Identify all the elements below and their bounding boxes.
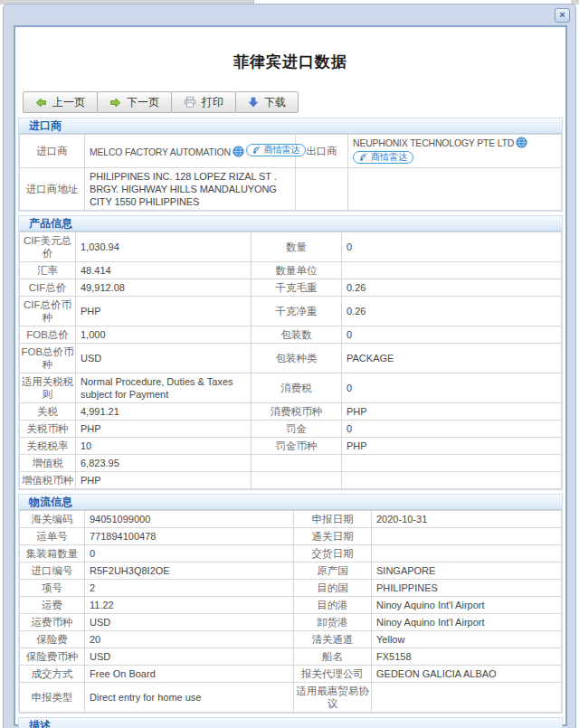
field-value: 0	[342, 232, 562, 262]
field-label: FOB总价币种	[20, 344, 76, 373]
radar-badge[interactable]: 商情雷达	[353, 151, 413, 164]
field-value: USD	[76, 344, 252, 373]
globe-icon[interactable]	[516, 137, 527, 148]
field-value: 771894100478	[85, 528, 294, 545]
table-row: 申报类型 Direct entry for home use 适用最惠贸易协议	[20, 683, 562, 713]
field-value: Ninoy Aquino Int'l Airport	[372, 614, 562, 631]
table-row: 运费 11.22 目的港 Ninoy Aquino Int'l Airport	[20, 597, 562, 614]
table-row: CIF总价币种 PHP 千克净重 0.26	[20, 297, 562, 326]
radar-icon	[252, 146, 261, 155]
importer-company-line: MELCO FACTORY AUTOMATION商情雷达	[90, 147, 306, 157]
field-label: 数量	[252, 232, 342, 262]
download-label: 下载	[264, 95, 286, 110]
field-value: 2	[85, 580, 294, 597]
close-icon[interactable]: ×	[555, 8, 570, 23]
table-row: 进口编号 R5F2UH3Q8I2OE 原产国 SINGAPORE	[20, 563, 562, 580]
table-row: 进口商地址 PHILIPPINES INC. 128 LOPEZ RIZAL S…	[20, 168, 562, 211]
table-row: 保险费币种 USD 船名 FX5158	[20, 648, 562, 666]
field-value: USD	[85, 614, 294, 631]
field-value	[342, 455, 562, 472]
field-label: 运费币种	[20, 614, 85, 631]
field-label: 运单号	[20, 528, 85, 545]
field-value: USD	[85, 648, 294, 666]
field-value: PHP	[76, 297, 252, 326]
field-value: PACKAGE	[342, 344, 562, 373]
field-value: Direct entry for home use	[85, 683, 294, 713]
field-label: 集装箱数量	[20, 545, 85, 563]
print-label: 打印	[202, 95, 223, 110]
section-description: 描述 产品描述 1 HPR2-100SW HIGH POWER LED RING…	[18, 717, 563, 728]
radar-badge-label: 商情雷达	[371, 151, 407, 164]
download-button[interactable]: 下载	[235, 91, 299, 113]
field-value: 0	[342, 326, 562, 344]
importer-table: 进口商 MELCO FACTORY AUTOMATION商情雷达 出口商 NEU…	[19, 134, 562, 211]
table-row: 进口商 MELCO FACTORY AUTOMATION商情雷达 出口商 NEU…	[20, 135, 562, 168]
field-label: FOB总价	[20, 326, 76, 344]
field-value: 49,912.08	[76, 279, 252, 297]
exporter-company-line: NEUPHONIX TECHNOLOGY PTE LTD	[353, 137, 556, 149]
field-label: 卸货港	[294, 614, 372, 631]
importer-name[interactable]: MELCO FACTORY AUTOMATION	[90, 147, 231, 157]
field-label: 增值税	[20, 455, 76, 472]
table-row: CIF美元总价 1,030.94 数量 0	[20, 232, 562, 262]
table-row: 适用关税税则 Normal Procedure, Duties & Taxes …	[20, 373, 562, 403]
globe-icon[interactable]	[233, 146, 244, 157]
field-value: Normal Procedure, Duties & Taxes subject…	[76, 373, 252, 403]
printer-icon	[184, 96, 196, 109]
field-label: 千克毛重	[252, 279, 342, 297]
product-table: CIF美元总价 1,030.94 数量 0 汇率 48.414 数量单位 CIF…	[19, 232, 562, 489]
field-label: 消费税币种	[252, 403, 342, 421]
prev-page-button[interactable]: 上一页	[23, 91, 98, 113]
table-row: 保险费 20 清关通道 Yellow	[20, 631, 562, 648]
field-label: 包装种类	[252, 344, 342, 373]
field-label: 包装数	[252, 326, 342, 344]
field-label: 千克净重	[252, 297, 342, 326]
field-value	[372, 545, 562, 563]
logistics-table: 海关编码 94051099000 申报日期 2020-10-31 运单号 771…	[19, 510, 562, 713]
field-label: 申报类型	[20, 683, 85, 713]
field-label: CIF美元总价	[20, 232, 76, 262]
field-value	[372, 683, 562, 713]
dialog-content-panel: 菲律宾进口数据 上一页 下一页 打印 下载	[14, 25, 567, 726]
section-logistics-title: 物流信息	[19, 495, 562, 510]
radar-badge[interactable]: 商情雷达	[246, 144, 306, 156]
arrow-left-icon	[35, 97, 47, 109]
importer-address-value: PHILIPPINES INC. 128 LOPEZ RIZAL ST . BR…	[85, 168, 296, 211]
field-label: 保险费	[20, 631, 85, 648]
field-value: 11.22	[85, 597, 294, 614]
field-label: 交货日期	[294, 545, 372, 563]
field-label: 申报日期	[294, 511, 372, 528]
field-value: 94051099000	[85, 511, 294, 528]
field-label: CIF总价	[20, 279, 76, 297]
table-row: 海关编码 94051099000 申报日期 2020-10-31	[20, 511, 562, 528]
field-label: 关税	[20, 403, 76, 421]
field-label-empty	[296, 168, 348, 211]
next-page-button[interactable]: 下一页	[97, 91, 172, 113]
field-label: 原产国	[294, 563, 372, 580]
table-row: 增值税币种 PHP	[20, 472, 562, 489]
field-label: 运费	[20, 597, 85, 614]
field-label: 目的港	[294, 597, 372, 614]
table-row: 运费币种 USD 卸货港 Ninoy Aquino Int'l Airport	[20, 614, 562, 631]
field-value: 1,030.94	[76, 232, 252, 262]
table-row: 项号 2 目的国 PHILIPPINES	[20, 580, 562, 597]
field-label: 适用最惠贸易协议	[294, 683, 372, 713]
field-value: PHP	[76, 421, 252, 438]
print-button[interactable]: 打印	[171, 91, 236, 113]
field-label: CIF总价币种	[20, 297, 76, 326]
table-row: 集装箱数量 0 交货日期	[20, 545, 562, 563]
field-value: FX5158	[372, 648, 562, 666]
field-label: 项号	[20, 580, 85, 597]
radar-badge-label: 商情雷达	[264, 144, 299, 156]
arrow-down-icon	[248, 97, 259, 108]
section-logistics: 物流信息 海关编码 94051099000 申报日期 2020-10-31 运单…	[18, 494, 563, 714]
exporter-name[interactable]: NEUPHONIX TECHNOLOGY PTE LTD	[353, 137, 514, 148]
field-value: GEDEON GALICIA ALBAO	[372, 666, 562, 683]
next-page-label: 下一页	[127, 95, 159, 110]
field-value: R5F2UH3Q8I2OE	[85, 563, 294, 580]
field-label: 保险费币种	[20, 648, 85, 666]
field-label: 清关通道	[294, 631, 372, 648]
field-value: PHP	[342, 403, 562, 421]
arrow-right-icon	[109, 97, 121, 109]
field-value: Ninoy Aquino Int'l Airport	[372, 597, 562, 614]
